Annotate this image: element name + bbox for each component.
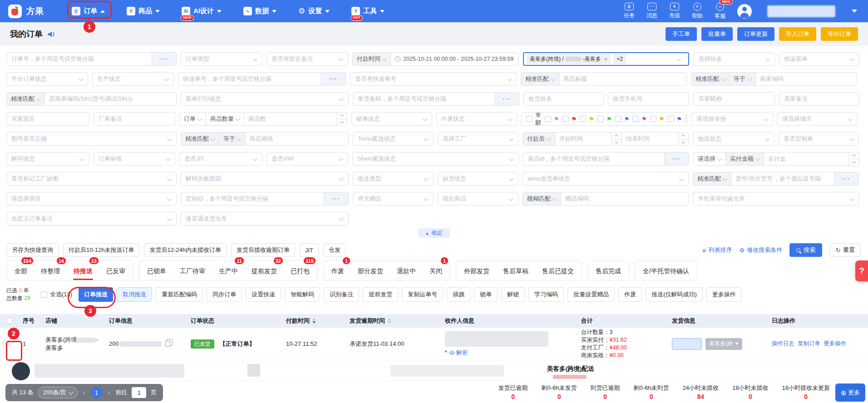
filter-select[interactable]: 锁单状态: [351, 112, 432, 126]
nav-menu-AI设计[interactable]: AiAI设计NEW: [175, 0, 228, 22]
filter-select[interactable]: 解码失败原因: [181, 172, 349, 186]
help-fab-button[interactable]: ?: [855, 260, 868, 281]
tab-提前发货[interactable]: 提前发货32: [245, 261, 284, 280]
flag-checkbox[interactable]: [650, 116, 656, 122]
tab-待整理[interactable]: 待整理14: [34, 261, 67, 280]
more-options-button[interactable]: ···: [494, 93, 519, 105]
nav-充值[interactable]: ¥充值: [669, 3, 680, 20]
filter-input-with-options[interactable]: 订单号，多个用逗号或空格分隔···: [6, 52, 177, 66]
filter-combo[interactable]: 精准匹配商品标题: [521, 72, 687, 86]
filter-select[interactable]: Temu紧急状态: [353, 132, 434, 146]
filter-select[interactable]: 是否有快递单号: [350, 72, 517, 86]
more-options-button[interactable]: ···: [321, 73, 345, 85]
step-down-icon[interactable]: [679, 139, 688, 146]
segment-select[interactable]: 精准匹配: [693, 172, 731, 185]
remove-tag-icon[interactable]: ×: [604, 56, 608, 63]
step-down-icon[interactable]: [337, 119, 347, 126]
tab-外部发货[interactable]: 外部发货: [457, 261, 496, 280]
more-options-button[interactable]: ···: [152, 53, 176, 65]
sort-down-icon[interactable]: [312, 321, 316, 324]
filter-input-with-options[interactable]: 定制ID，多个用逗号或空格分隔···: [181, 192, 349, 206]
number-stepper[interactable]: [337, 113, 347, 125]
flag-checkbox[interactable]: [562, 116, 569, 122]
tab-已反审[interactable]: 已反审: [99, 261, 132, 280]
segment-select[interactable]: 模糊匹配: [523, 192, 561, 205]
segment-number-input[interactable]: 开始时间: [555, 133, 621, 145]
segment-input[interactable]: 商品标题: [559, 73, 686, 85]
filter-combo[interactable]: 付款时间2025-10-21 00:00:00 - 2025-10-27 23:…: [352, 52, 519, 66]
sort-up-icon[interactable]: [312, 318, 316, 320]
segment-select[interactable]: 商品数量: [206, 113, 244, 125]
filter-input-with-options[interactable]: 快递单号，多个用逗号或空格分隔···: [178, 72, 346, 86]
current-page-button[interactable]: 1: [91, 387, 102, 398]
more-stats-button[interactable]: ⊕ 更多: [835, 383, 865, 402]
filter-select[interactable]: 解码状态: [6, 152, 89, 166]
重新匹配编码-button[interactable]: 重新匹配编码: [156, 287, 203, 302]
filter-combo[interactable]: 精准匹配货号/供方货号'，多个值以逗号隔···: [693, 172, 859, 186]
segment-select[interactable]: 精准匹配: [521, 73, 559, 85]
复制运单号-button[interactable]: 复制运单号: [402, 287, 443, 302]
tab-部分发货[interactable]: 部分发货: [351, 261, 390, 280]
tab-全部[interactable]: 全部154: [8, 261, 34, 280]
more-options-button[interactable]: ···: [834, 172, 858, 185]
goto-page-input[interactable]: 1: [132, 387, 146, 398]
tab-生产中[interactable]: 生产中11: [212, 261, 245, 280]
filter-select[interactable]: 是否定制单: [779, 132, 859, 146]
导出订单-button[interactable]: 导出订单: [821, 27, 858, 41]
filter-input[interactable]: 收货手机号: [608, 92, 689, 106]
segment-input[interactable]: 商家编码: [755, 73, 857, 85]
sort-icons[interactable]: [312, 318, 316, 324]
nav-menu-数据[interactable]: ∿数据: [237, 0, 283, 22]
filter-combo[interactable]: 请选择实付金额实付金: [693, 152, 859, 166]
tab-工厂待审[interactable]: 工厂待审: [173, 261, 212, 280]
segment-select[interactable]: 实付金额: [725, 152, 764, 165]
segment-select[interactable]: 订单: [180, 113, 206, 125]
filter-select[interactable]: 半托库存扣减仓库: [693, 192, 859, 206]
segment-select[interactable]: 付款时间: [353, 53, 390, 65]
select-all-checkbox[interactable]: 全选(13): [38, 290, 75, 299]
学习编码-button[interactable]: 学习编码: [528, 287, 564, 302]
segment-number-input[interactable]: 结束时间: [621, 133, 688, 145]
filter-input[interactable]: 厂家备注: [94, 112, 175, 126]
segment-input[interactable]: 原商家编码(SKU货号/商品SKU): [44, 93, 176, 105]
sort-up-icon[interactable]: [388, 318, 391, 320]
more-options-button[interactable]: ···: [664, 152, 689, 165]
segment-select[interactable]: 请选择: [694, 152, 725, 165]
tab-售后完成[interactable]: 售后完成: [589, 261, 628, 280]
decrypt-link[interactable]: 解密: [449, 349, 468, 357]
nav-任务[interactable]: ≣任务: [624, 3, 635, 20]
quick-filter-另存为快捷查询[interactable]: 另存为快捷查询: [6, 243, 59, 257]
识别备注-button[interactable]: 识别备注: [324, 287, 359, 302]
filter-select[interactable]: 订单标签: [94, 152, 175, 166]
filter-select[interactable]: 自定义订单备注: [6, 212, 177, 226]
智能解码-button[interactable]: 智能解码: [285, 287, 320, 302]
select-all-flags-checkbox[interactable]: [526, 116, 533, 122]
filter-combo[interactable]: 付款后开始时间结束时间: [523, 132, 689, 146]
segment-input[interactable]: 货号/供方货号'，多个值以逗号隔: [731, 172, 834, 185]
filter-input[interactable]: 买家昵称: [693, 92, 775, 106]
flag-checkbox[interactable]: [615, 116, 621, 122]
tab-售后已提交[interactable]: 售后已提交: [535, 261, 581, 280]
next-page-button[interactable]: ›: [107, 388, 111, 397]
filter-select[interactable]: 物流状态: [693, 132, 774, 146]
filter-select[interactable]: 面单打印状态: [181, 92, 349, 106]
segment-select[interactable]: 等于: [219, 133, 245, 145]
push-orders-button[interactable]: 订单推送: [79, 287, 113, 302]
copy-order-link[interactable]: 复制订单: [798, 340, 820, 348]
filter-select[interactable]: 请选择城市: [777, 112, 858, 126]
filter-input-with-options[interactable]: 商品id，多个用逗号或空格分隔···: [523, 152, 689, 166]
filter-select[interactable]: 是否标记工厂缺图: [6, 172, 177, 186]
operation-log-link[interactable]: 操作日志: [772, 340, 794, 348]
filter-combo[interactable]: 精准匹配等于商品规格: [181, 132, 349, 146]
segment-select[interactable]: 等于: [729, 73, 755, 85]
手工单-button[interactable]: 手工单: [666, 27, 697, 41]
step-up-icon[interactable]: [612, 133, 621, 139]
more-options-button[interactable]: ···: [324, 192, 348, 205]
segment-input[interactable]: 赠品编码: [561, 192, 688, 205]
modify-search-button[interactable]: ⚙修改搜索条件: [740, 246, 783, 254]
filter-select[interactable]: Shein紧急状态: [352, 152, 519, 166]
tab-售后草稿[interactable]: 售后草稿: [496, 261, 535, 280]
checkbox-icon[interactable]: [41, 291, 47, 298]
filter-combo[interactable]: 模糊匹配赠品编码: [523, 192, 689, 206]
quick-filter-付款后10-12h未推送订单[interactable]: 付款后10-12h未推送订单: [63, 243, 139, 257]
